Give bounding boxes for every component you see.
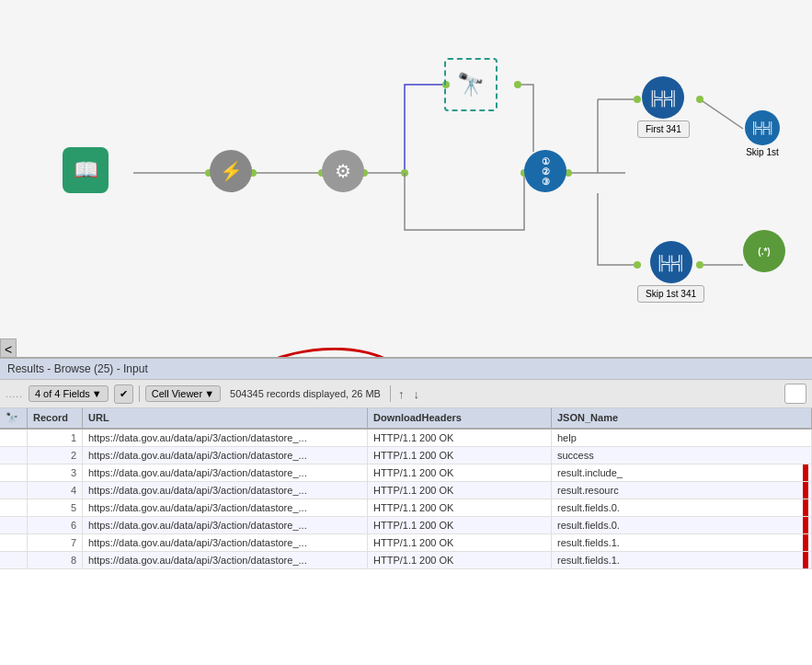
cell-url: https://data.gov.au/data/api/3/action/da…: [83, 482, 368, 499]
drag-handle: .....: [6, 389, 23, 399]
cell-headers: HTTP/1.1 200 OK: [368, 430, 552, 446]
table-row[interactable]: 8 https://data.gov.au/data/api/3/action/…: [0, 552, 812, 569]
cell-jsonname: help: [552, 430, 812, 446]
svg-point-7: [401, 169, 408, 177]
node-skip1st-small[interactable]: ╠╬╣ Skip 1st: [745, 110, 780, 157]
cell-icon: [0, 517, 28, 533]
table-row[interactable]: 4 https://data.gov.au/data/api/3/action/…: [0, 482, 812, 499]
workflow-canvas: 📖 ⚡ ⚙ 🔭 ①②③ ╠╬╣ First 341 ╠╬╣ Skip 1st ╠…: [0, 0, 812, 359]
col-jsonname: JSON_Name: [552, 408, 812, 428]
sort-up-button[interactable]: ↑: [396, 385, 406, 403]
fields-button[interactable]: 4 of 4 Fields ▼: [29, 385, 109, 402]
table-header: 🔭 Record URL DownloadHeaders JSON_Name: [0, 408, 812, 430]
table-row[interactable]: 1 https://data.gov.au/data/api/3/action/…: [0, 430, 812, 447]
viewer-label: Cell Viewer: [152, 388, 202, 399]
cell-record: 4: [28, 482, 83, 499]
cell-record: 8: [28, 552, 83, 568]
table-row[interactable]: 7 https://data.gov.au/data/api/3/action/…: [0, 534, 812, 552]
svg-point-16: [696, 96, 703, 103]
node-book[interactable]: 📖: [63, 147, 109, 193]
node-regex[interactable]: (.*): [743, 230, 785, 272]
cell-icon: [0, 482, 28, 499]
cell-url: https://data.gov.au/data/api/3/action/da…: [83, 517, 368, 533]
node-gear[interactable]: ⚙: [322, 150, 364, 192]
node-skip1st-label: Skip 1st: [746, 147, 779, 157]
node-first341[interactable]: ╠╬╣ First 341: [637, 76, 690, 138]
dropdown-arrow-icon: ▼: [92, 388, 102, 399]
checkmark-button[interactable]: ✔: [114, 384, 133, 404]
cell-icon: [0, 499, 28, 516]
cell-headers: HTTP/1.1 200 OK: [368, 482, 552, 499]
cell-url: https://data.gov.au/data/api/3/action/da…: [83, 499, 368, 516]
node-skip341[interactable]: ╠╬╣ Skip 1st 341: [637, 241, 704, 303]
cell-record: 7: [28, 534, 83, 551]
cell-headers: HTTP/1.1 200 OK: [368, 447, 552, 464]
results-toolbar: ..... 4 of 4 Fields ▼ ✔ Cell Viewer ▼ 50…: [0, 380, 812, 408]
workflow-connections: [0, 0, 812, 357]
node-bolt-icon: ⚡: [210, 150, 252, 192]
viewer-button[interactable]: Cell Viewer ▼: [145, 385, 221, 402]
cell-headers: HTTP/1.1 200 OK: [368, 534, 552, 551]
cell-jsonname: result.fields.1.: [552, 534, 812, 551]
cell-headers: HTTP/1.1 200 OK: [368, 464, 552, 481]
node-first341-icon: ╠╬╣: [642, 76, 684, 119]
cell-headers: HTTP/1.1 200 OK: [368, 552, 552, 568]
cell-record: 3: [28, 464, 83, 481]
node-skip341-label: Skip 1st 341: [637, 285, 704, 303]
cell-url: https://data.gov.au/data/api/3/action/da…: [83, 430, 368, 446]
node-skip341-icon: ╠╬╣: [650, 241, 692, 283]
cell-url: https://data.gov.au/data/api/3/action/da…: [83, 534, 368, 551]
cell-record: 5: [28, 499, 83, 516]
node-binoculars[interactable]: 🔭: [444, 58, 497, 111]
col-headers: DownloadHeaders: [368, 408, 552, 428]
table-row[interactable]: 5 https://data.gov.au/data/api/3/action/…: [0, 499, 812, 517]
cell-icon: [0, 464, 28, 481]
cell-icon: [0, 552, 28, 568]
results-title: Results - Browse (25) - Input: [7, 362, 148, 375]
data-table: 🔭 Record URL DownloadHeaders JSON_Name 1…: [0, 408, 812, 665]
table-row[interactable]: 6 https://data.gov.au/data/api/3/action/…: [0, 517, 812, 534]
cell-jsonname: success: [552, 447, 812, 464]
cell-jsonname: result.resourc: [552, 482, 812, 499]
node-bolt[interactable]: ⚡: [210, 150, 252, 192]
cell-icon: [0, 430, 28, 446]
cell-url: https://data.gov.au/data/api/3/action/da…: [83, 552, 368, 568]
collapse-button[interactable]: <: [0, 338, 17, 359]
results-title-bar: Results - Browse (25) - Input: [0, 359, 812, 380]
table-body: 1 https://data.gov.au/data/api/3/action/…: [0, 430, 812, 664]
node-binoculars-icon: 🔭: [444, 58, 497, 111]
node-gear-icon: ⚙: [322, 150, 364, 192]
cell-jsonname: result.include_: [552, 464, 812, 481]
table-row[interactable]: 2 https://data.gov.au/data/api/3/action/…: [0, 447, 812, 464]
cell-url: https://data.gov.au/data/api/3/action/da…: [83, 447, 368, 464]
node-first341-label: First 341: [637, 120, 690, 138]
node-number[interactable]: ①②③: [524, 150, 566, 192]
table-row[interactable]: 3 https://data.gov.au/data/api/3/action/…: [0, 464, 812, 482]
col-icon: 🔭: [0, 408, 28, 428]
cell-url: https://data.gov.au/data/api/3/action/da…: [83, 464, 368, 481]
cell-jsonname: result.fields.1.: [552, 552, 812, 568]
search-box[interactable]: [784, 384, 806, 404]
node-regex-icon: (.*): [743, 230, 785, 272]
svg-point-10: [514, 81, 521, 88]
col-record: Record: [28, 408, 83, 428]
cell-icon: [0, 534, 28, 551]
annotation-circle: [203, 333, 421, 359]
cell-headers: HTTP/1.1 200 OK: [368, 517, 552, 533]
viewer-arrow-icon: ▼: [204, 388, 214, 399]
node-skip1st-small-icon: ╠╬╣: [745, 110, 780, 145]
cell-headers: HTTP/1.1 200 OK: [368, 499, 552, 516]
results-panel: Results - Browse (25) - Input ..... 4 of…: [0, 359, 812, 665]
divider2: [390, 385, 391, 402]
cell-jsonname: result.fields.0.: [552, 499, 812, 516]
cell-record: 6: [28, 517, 83, 533]
sort-down-button[interactable]: ↓: [411, 385, 421, 403]
cell-icon: [0, 447, 28, 464]
cell-jsonname: result.fields.0.: [552, 517, 812, 533]
fields-label: 4 of 4 Fields: [35, 388, 90, 399]
records-info: 504345 records displayed, 26 MB: [226, 388, 384, 399]
node-number-icon: ①②③: [524, 150, 566, 192]
cell-record: 1: [28, 430, 83, 446]
col-url: URL: [83, 408, 368, 428]
cell-record: 2: [28, 447, 83, 464]
